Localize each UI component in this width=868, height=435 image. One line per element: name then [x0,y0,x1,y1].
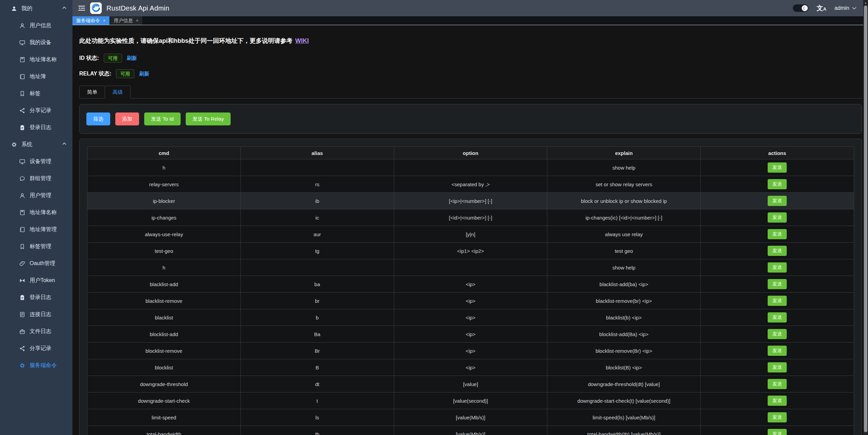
sidebar-item-label: 标签管理 [30,243,51,250]
sidebar-item-分享记录[interactable]: 分享记录 [0,102,72,119]
section-label: 我的 [21,5,32,12]
send-button[interactable]: 发送 [768,396,787,406]
send-button[interactable]: 发送 [768,412,787,422]
cell-actions: 发送 [701,393,854,409]
section-label: 系统 [21,141,32,148]
cell-option [394,159,547,176]
sidebar-item-设备管理[interactable]: 设备管理 [0,153,72,170]
send-button[interactable]: 发送 [768,429,787,435]
cell-explain: downgrade-threshold(dt) [value] [547,376,701,393]
scroll-up-arrow-icon[interactable]: ▲ [863,0,868,5]
cell-actions: 发送 [701,293,854,309]
send-button[interactable]: 发送 [768,179,787,189]
send-button[interactable]: 发送 [768,279,787,289]
cell-actions: 发送 [701,226,854,243]
relay-refresh-link[interactable]: 刷新 [139,71,149,77]
sidebar-item-label: 我的设备 [30,39,51,46]
close-icon[interactable]: × [103,18,106,23]
tab-label: 用户信息 [114,18,133,24]
column-header-alias: alias [240,147,394,159]
send-button[interactable]: 发送 [768,312,787,323]
send-button[interactable]: 发送 [768,296,787,306]
sidebar-item-用户管理[interactable]: 用户管理 [0,187,72,204]
dark-mode-toggle[interactable]: ☾ [793,4,808,12]
open-tab-服务端命令[interactable]: 服务端命令× [72,16,110,25]
sidebar-item-我的设备[interactable]: 我的设备 [0,34,72,51]
sidebar-item-登录日志[interactable]: 登录日志 [0,119,72,136]
send-button[interactable]: 发送 [768,162,787,173]
language-switch-icon[interactable]: 文A [817,4,826,13]
open-tab-用户信息[interactable]: 用户信息× [110,16,143,25]
view-tab-高级[interactable]: 高级 [105,86,131,99]
send-button[interactable]: 发送 [768,362,787,372]
sidebar-item-标签[interactable]: 标签 [0,85,72,102]
close-icon[interactable]: × [136,18,139,23]
view-tabs: 简单高级 [79,86,862,99]
sidebar-section-系统[interactable]: 系统 [0,136,72,153]
sidebar-item-用户Token[interactable]: 用户Token [0,272,72,289]
wiki-link[interactable]: WIKI [295,37,309,44]
collapse-sidebar-icon[interactable] [78,5,85,11]
cell-option: <ip1> <ip2> [394,243,547,259]
id-refresh-link[interactable]: 刷新 [127,55,137,62]
table-row: always-use-relayaur[y|n]always use relay… [87,226,854,243]
action-button-发送 To Id[interactable]: 发送 To Id [144,112,181,125]
sidebar-item-连接日志[interactable]: 连接日志 [0,306,72,323]
cell-explain: blacklist-add(ba) <ip> [547,276,701,293]
sidebar-item-登录日志[interactable]: 登录日志 [0,289,72,306]
send-button[interactable]: 发送 [768,229,787,239]
action-button-发送 To Relay[interactable]: 发送 To Relay [186,112,231,125]
cell-alias [240,159,394,176]
sidebar-item-标签管理[interactable]: 标签管理 [0,238,72,255]
column-header-explain: explain [547,147,701,159]
page-scrollbar[interactable]: ▲ [863,0,868,435]
sidebar-item-分享记录[interactable]: 分享记录 [0,340,72,357]
send-button[interactable]: 发送 [768,246,787,256]
sidebar-item-文件日志[interactable]: 文件日志 [0,323,72,340]
send-button[interactable]: 发送 [768,196,787,206]
cell-cmd: downgrade-start-check [87,393,241,409]
user-filled-icon [11,5,17,12]
notebook-icon [19,226,26,233]
column-header-actions: actions [701,147,854,159]
sidebar-item-地址簿名称[interactable]: 地址簿名称 [0,51,72,68]
scrollbar-thumb[interactable] [864,5,867,432]
cell-alias: t [240,393,394,409]
sidebar-item-label: 分享记录 [30,345,51,352]
sidebar-item-Oauth管理[interactable]: Oauth管理 [0,255,72,272]
notice-text: 此处功能为实验性质，请确保api和hbbs处于同一回环地址下，更多说明请参考 [79,37,293,44]
user-menu[interactable]: admin [834,5,856,11]
chevron-down-icon [852,7,856,10]
cell-explain: set or show relay servers [547,176,701,193]
cell-cmd: ip-changes [87,209,241,226]
cell-alias: tg [240,243,394,259]
send-button[interactable]: 发送 [768,346,787,356]
sidebar-item-群组管理[interactable]: 群组管理 [0,170,72,187]
cell-actions: 发送 [701,243,854,259]
cell-actions: 发送 [701,376,854,393]
cell-cmd: blocklist [87,359,241,376]
send-button[interactable]: 发送 [768,262,787,273]
send-button[interactable]: 发送 [768,212,787,223]
table-row: blacklist-addba<ip>blacklist-add(ba) <ip… [87,276,854,293]
action-button-添加[interactable]: 添加 [115,112,139,125]
sidebar-item-地址簿[interactable]: 地址簿 [0,68,72,85]
sidebar-item-用户信息[interactable]: 用户信息 [0,17,72,34]
view-tab-简单[interactable]: 简单 [79,86,105,99]
cell-actions: 发送 [701,343,854,359]
send-button[interactable]: 发送 [768,379,787,389]
sidebar-item-label: 地址簿名称 [30,209,57,216]
chevron-up-icon [62,6,66,9]
rustdesk-logo [90,2,102,14]
sidebar-item-地址簿名称[interactable]: 地址簿名称 [0,204,72,221]
bookmark-icon [19,243,26,250]
action-button-筛选[interactable]: 筛选 [86,112,110,125]
experimental-notice: 此处功能为实验性质，请确保api和hbbs处于同一回环地址下，更多说明请参考WI… [79,37,862,45]
token-icon [19,277,26,284]
book-icon [19,56,26,63]
sidebar-item-地址簿管理[interactable]: 地址簿管理 [0,221,72,238]
sidebar-section-我的[interactable]: 我的 [0,0,72,17]
cell-option: [value(Mb/s)] [394,426,547,435]
send-button[interactable]: 发送 [768,329,787,339]
sidebar-item-服务端命令[interactable]: 服务端命令 [0,357,72,374]
